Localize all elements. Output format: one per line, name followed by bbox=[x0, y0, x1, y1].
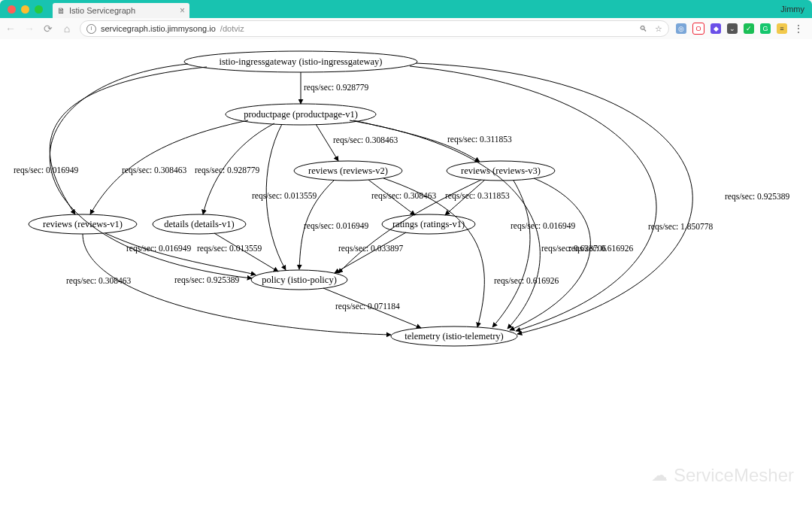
edge-label: reqs/sec: 0.308463 bbox=[122, 165, 186, 175]
window-controls bbox=[0, 5, 43, 14]
edge-label: reqs/sec: 0.616926 bbox=[568, 244, 633, 254]
extension-icon[interactable]: ≡ bbox=[777, 23, 787, 34]
node-reviews-v1: reviews (reviews-v1) bbox=[29, 214, 137, 234]
edge-label: reqs/sec: 0.033897 bbox=[338, 244, 403, 254]
edge-label: reqs/sec: 0.308463 bbox=[333, 135, 398, 145]
edge bbox=[50, 67, 207, 214]
edge bbox=[492, 181, 530, 327]
extensions-row: ◎ O ◆ ⌄ ✓ G ≡ ⋮ bbox=[676, 23, 807, 35]
node-label: reviews (reviews-v2) bbox=[308, 165, 388, 176]
edge bbox=[105, 233, 256, 275]
node-label: policy (istio-policy) bbox=[262, 275, 337, 285]
edge-label: reqs/sec: 0.928779 bbox=[304, 83, 368, 93]
extension-icon[interactable]: ◎ bbox=[676, 23, 686, 34]
close-window-button[interactable] bbox=[8, 5, 16, 14]
reload-button[interactable]: ⟳ bbox=[42, 23, 54, 35]
watermark-label: ServiceMesher bbox=[674, 465, 794, 486]
edge-label: reqs/sec: 0.925389 bbox=[174, 275, 239, 285]
browser-toolbar: ← → ⟳ ⌂ i servicegraph.istio.jimmysong.i… bbox=[0, 18, 812, 40]
node-label: reviews (reviews-v1) bbox=[43, 219, 123, 229]
edge-label: reqs/sec: 0.013559 bbox=[252, 191, 317, 201]
extension-icon[interactable]: G bbox=[760, 23, 771, 34]
node-label: details (details-v1) bbox=[164, 219, 234, 229]
node-reviews-v2: reviews (reviews-v2) bbox=[294, 161, 402, 181]
edge-label: reqs/sec: 0.925389 bbox=[725, 192, 789, 202]
forward-button: → bbox=[23, 23, 35, 35]
edge-label: reqs/sec: 0.013559 bbox=[197, 244, 262, 254]
bookmark-icon[interactable]: ☆ bbox=[655, 24, 662, 34]
watermark: ☁ ServiceMesher bbox=[651, 465, 794, 486]
edge-label: reqs/sec: 0.016949 bbox=[126, 244, 191, 254]
service-graph: istio-ingressgateway (istio-ingressgatew… bbox=[0, 39, 812, 393]
node-label: istio-ingressgateway (istio-ingressgatew… bbox=[220, 56, 383, 67]
edge-label: reqs/sec: 0.308463 bbox=[371, 191, 436, 201]
back-button[interactable]: ← bbox=[5, 23, 17, 35]
kebab-menu-icon[interactable]: ⋮ bbox=[793, 23, 804, 35]
site-info-icon[interactable]: i bbox=[86, 24, 96, 34]
minimize-window-button[interactable] bbox=[21, 5, 29, 14]
edge-label: reqs/sec: 0.016949 bbox=[14, 165, 78, 175]
node-istio-ingressgateway: istio-ingressgateway (istio-ingressgatew… bbox=[184, 51, 417, 72]
home-button[interactable]: ⌂ bbox=[61, 23, 73, 35]
node-label: reviews (reviews-v3) bbox=[461, 165, 541, 176]
extension-icon[interactable]: ◆ bbox=[710, 23, 721, 34]
macos-titlebar: 🗎 Istio Servicegraph × Jimmy bbox=[0, 0, 812, 18]
url-path: /dotviz bbox=[220, 24, 244, 33]
extension-icon[interactable]: ⌄ bbox=[727, 23, 738, 34]
extension-icon[interactable]: ✓ bbox=[744, 23, 754, 34]
edge-label: reqs/sec: 1.850778 bbox=[648, 222, 713, 232]
edge-label: reqs/sec: 0.308463 bbox=[66, 276, 131, 286]
node-label: telemetry (istio-telemetry) bbox=[404, 331, 504, 342]
edge-label: reqs/sec: 0.311853 bbox=[447, 135, 512, 144]
url-host: servicegraph.istio.jimmysong.io bbox=[101, 24, 216, 33]
node-productpage: productpage (productpage-v1) bbox=[226, 104, 376, 125]
node-policy: policy (istio-policy) bbox=[251, 270, 347, 290]
edge-label: reqs/sec: 0.016949 bbox=[304, 221, 368, 231]
node-ratings: ratings (ratings-v1) bbox=[382, 214, 475, 234]
search-in-page-icon[interactable]: 🔍︎ bbox=[639, 24, 647, 34]
edge-label: reqs/sec: 0.928779 bbox=[195, 165, 259, 175]
edge-label: reqs/sec: 0.616926 bbox=[494, 276, 559, 286]
edge-label: reqs/sec: 0.016949 bbox=[511, 221, 575, 231]
tab-title: Istio Servicegraph bbox=[69, 6, 135, 15]
edge-label: reqs/sec: 0.071184 bbox=[335, 302, 400, 311]
close-tab-icon[interactable]: × bbox=[180, 5, 185, 16]
node-details: details (details-v1) bbox=[153, 214, 246, 234]
node-telemetry: telemetry (istio-telemetry) bbox=[391, 326, 517, 346]
page-file-icon: 🗎 bbox=[57, 6, 65, 15]
chrome-profile-name[interactable]: Jimmy bbox=[780, 0, 804, 18]
extension-icon[interactable]: O bbox=[692, 23, 704, 35]
node-label: productpage (productpage-v1) bbox=[244, 109, 358, 120]
node-label: ratings (ratings-v1) bbox=[392, 219, 465, 229]
maximize-window-button[interactable] bbox=[35, 5, 43, 14]
edge bbox=[335, 232, 406, 273]
page-content: istio-ingressgateway (istio-ingressgatew… bbox=[0, 39, 812, 507]
node-reviews-v3: reviews (reviews-v3) bbox=[447, 161, 555, 181]
browser-tab[interactable]: 🗎 Istio Servicegraph × bbox=[53, 3, 189, 18]
address-bar[interactable]: i servicegraph.istio.jimmysong.io /dotvi… bbox=[80, 20, 669, 37]
watermark-icon: ☁ bbox=[651, 466, 668, 485]
